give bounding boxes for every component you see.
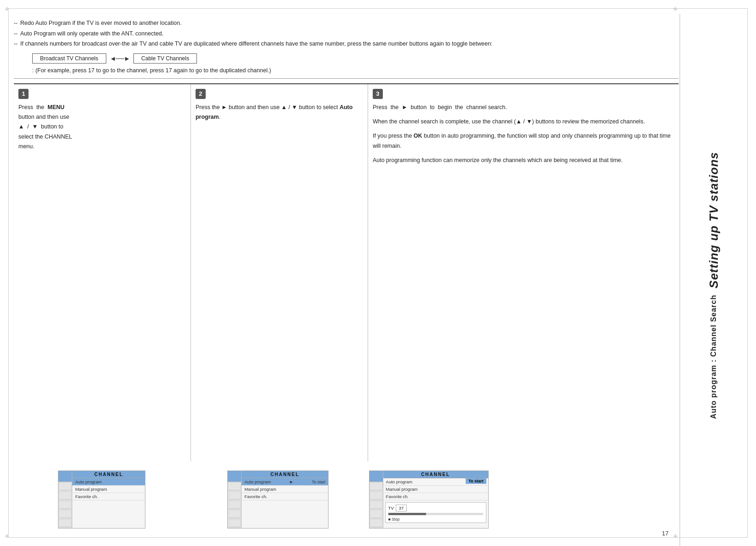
- tv-sidebar-item-1c: [59, 501, 71, 509]
- step-2-text: Press the ► button and then use ▲ / ▼ bu…: [196, 103, 363, 122]
- tv-sidebar-item-3e: [370, 520, 382, 527]
- screen-3: CHANNEL Auto program Manual program Favo…: [369, 470, 489, 529]
- tv-channel-row: TV 37: [388, 505, 483, 511]
- tv-main-3: CHANNEL Auto program Manual program Favo…: [383, 471, 488, 528]
- tv-sidebar-top-2: [228, 471, 241, 482]
- cable-box: Cable TV Channels: [133, 53, 197, 64]
- screen-2-col: CHANNEL Auto program ► To start Manual p…: [190, 470, 366, 529]
- tv-channel-number: 37: [396, 505, 407, 511]
- tv-menu-item-1c: Favorite ch.: [72, 493, 145, 500]
- tv-sidebar-item-3d: [370, 511, 382, 518]
- step-2-col: 2 Press the ► button and then use ▲ / ▼ …: [191, 84, 368, 461]
- step-3-number: 3: [373, 89, 383, 99]
- step-3-col: 3 Press the ► button to begin the channe…: [368, 84, 679, 461]
- steps-area: 1 Press the MENUbutton and then use▲ / ▼…: [14, 83, 679, 532]
- screen-1-col: CHANNEL Auto program Manual program Favo…: [14, 470, 190, 529]
- tv-sidebar-item-2c: [229, 501, 240, 509]
- step-3-para1: Press the ► button to begin the channel …: [373, 103, 674, 112]
- screen-2: CHANNEL Auto program ► To start Manual p…: [227, 470, 329, 529]
- tv-sidebar-3: [369, 471, 383, 528]
- tv-menu-area-3: Auto program Manual program Favorite ch.…: [383, 478, 488, 500]
- tv-stop-label: ■ Stop: [388, 517, 483, 522]
- tv-header-3: CHANNEL: [383, 471, 488, 478]
- to-start-overlay: To start: [466, 478, 486, 484]
- tv-menu-item-1a: Auto program: [72, 478, 145, 486]
- side-title-sub: Auto program : Channel Search: [709, 295, 719, 419]
- step-1-number: 1: [18, 89, 29, 99]
- step-2-number: 2: [196, 89, 206, 99]
- tv-sidebar-item-2e: [229, 520, 240, 527]
- tv-sidebar-item-2b: [229, 492, 240, 500]
- arrow-right-2: ►: [289, 479, 294, 484]
- tv-progress-bar-fill: [388, 513, 426, 515]
- side-title-area: Setting up TV stations Auto program : Ch…: [680, 14, 748, 546]
- tv-header-2: CHANNEL: [242, 471, 328, 478]
- tv-sidebar-2: [228, 471, 242, 528]
- screen-3-col: CHANNEL Auto program Manual program Favo…: [366, 470, 679, 529]
- screen-1: CHANNEL Auto program Manual program Favo…: [58, 470, 145, 529]
- tv-header-1: CHANNEL: [72, 471, 145, 478]
- to-start-label-2: To start: [312, 480, 326, 484]
- tv-menu-item-2c: Favorite ch.: [242, 493, 328, 500]
- steps-row: 1 Press the MENUbutton and then use▲ / ▼…: [14, 83, 679, 461]
- tv-sidebar-1: [58, 471, 72, 528]
- tv-sidebar-top-3: [369, 471, 383, 482]
- tv-sidebar-item-1a: [59, 483, 71, 490]
- tv-main-1: CHANNEL Auto program Manual program Favo…: [72, 471, 145, 528]
- tv-menu-item-2a: Auto program ► To start: [242, 478, 328, 486]
- step-1-text: Press the MENUbutton and then use▲ / ▼ b…: [18, 103, 186, 151]
- tv-channel-label: TV: [388, 505, 394, 511]
- note-1: - Redo Auto Program if the TV is ever mo…: [14, 18, 679, 28]
- tv-sidebar-item-3b: [370, 492, 382, 500]
- auto-program-label-2: Auto program: [244, 479, 271, 484]
- tv-sidebar-item-1d: [59, 511, 71, 518]
- tv-menu-item-3c: Favorite ch.: [383, 493, 488, 500]
- tv-sidebar-item-2a: [229, 483, 240, 490]
- tv-progress-bar-bg: [388, 513, 483, 515]
- channel-toggle-row: Broadcast TV Channels ◄──► Cable TV Chan…: [32, 53, 679, 64]
- example-text: : (For example, press 17 to go to the ch…: [32, 67, 679, 74]
- screens-row: CHANNEL Auto program Manual program Favo…: [14, 470, 679, 532]
- note-3: - If channels numbers for broadcast over…: [14, 39, 679, 49]
- main-content: - Redo Auto Program if the TV is ever mo…: [14, 14, 679, 532]
- side-title-main: Setting up TV stations: [707, 152, 721, 288]
- tv-sidebar-item-1e: [59, 520, 71, 527]
- page-number: 17: [662, 530, 669, 537]
- tv-menu-item-3b: Manual program: [383, 486, 488, 493]
- broadcast-box: Broadcast TV Channels: [32, 53, 106, 64]
- step-3-para2: When the channel search is complete, use…: [373, 117, 674, 127]
- tv-menu-item-2b: Manual program: [242, 486, 328, 493]
- tv-sidebar-item-3a: [370, 483, 382, 490]
- note-2: - Auto Program will only operate with th…: [14, 29, 679, 39]
- tv-main-2: CHANNEL Auto program ► To start Manual p…: [242, 471, 328, 528]
- tv-sidebar-top-1: [58, 471, 72, 482]
- step-3-para4: Auto programming function can memorize o…: [373, 156, 674, 165]
- tv-sidebar-item-3c: [370, 501, 382, 509]
- notes-section: - Redo Auto Program if the TV is ever mo…: [14, 14, 679, 79]
- arrow-symbol: ◄──►: [110, 55, 130, 62]
- step-1-col: 1 Press the MENUbutton and then use▲ / ▼…: [14, 84, 191, 461]
- tv-sidebar-item-1b: [59, 492, 71, 500]
- tv-menu-item-1b: Manual program: [72, 486, 145, 493]
- step-3-para3: If you press the OK button in auto progr…: [373, 131, 674, 151]
- tv-sidebar-item-2d: [229, 511, 240, 518]
- tv-progress-area-3: TV 37 ■ Stop: [385, 502, 486, 523]
